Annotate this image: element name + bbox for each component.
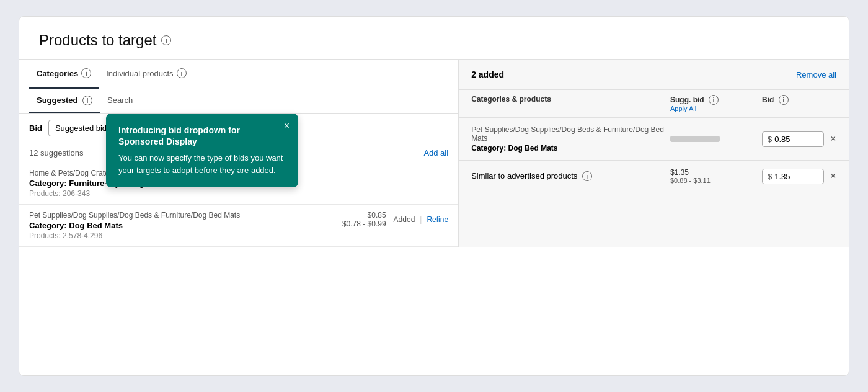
suggestion-right: $0.85 $0.78 - $0.99 Added | Refine [342, 211, 448, 228]
sugg-bid-cell [670, 136, 757, 142]
sugg-bid-main: $1.35 [670, 168, 757, 177]
suggestion-price-block: $0.85 $0.78 - $0.99 [342, 211, 386, 228]
table-row: Pet Supplies/Dog Supplies/Dog Beds & Fur… [459, 118, 849, 161]
right-items: Pet Supplies/Dog Supplies/Dog Beds & Fur… [459, 118, 849, 192]
bid-select-value: Suggested bid [55, 123, 107, 133]
bid-input[interactable] [774, 172, 812, 181]
bid-input-row: $ × [762, 131, 836, 147]
individual-products-info-icon[interactable]: i [177, 68, 187, 78]
sugg-bid-range: $0.88 - $3.11 [670, 177, 757, 184]
card-header: Products to target i [19, 17, 849, 60]
remove-all-button[interactable]: Remove all [796, 70, 836, 79]
suggestion-price-range: $0.78 - $0.99 [342, 220, 386, 228]
tooltip-close-button[interactable]: × [284, 121, 290, 131]
tab-individual-products[interactable]: Individual products i [99, 60, 193, 89]
refine-link[interactable]: Refine [427, 215, 448, 224]
suggestion-category: Category: Dog Bed Mats [29, 221, 342, 230]
sub-tab-search[interactable]: Search [100, 89, 140, 113]
bid-label: Bid [29, 123, 42, 133]
added-label: Added [394, 215, 415, 224]
suggestion-left: Pet Supplies/Dog Supplies/Dog Beds & Fur… [29, 211, 342, 231]
right-item-label: Similar to advertised products i [471, 171, 665, 181]
right-item-content: Similar to advertised products i [471, 171, 665, 181]
sugg-bid-cell: $1.35 $0.88 - $3.11 [670, 168, 757, 184]
similar-products-info-icon[interactable]: i [582, 171, 592, 181]
suggestion-actions: Added | Refine [394, 215, 449, 224]
left-panel: Categories i Individual products i Sugge… [19, 60, 459, 247]
categories-info-icon[interactable]: i [81, 68, 91, 78]
col-sugg-bid: Sugg. bid i Apply All [670, 95, 757, 112]
bid-input-container: $ [762, 131, 824, 147]
dollar-sign: $ [768, 172, 772, 181]
sugg-bid-info-icon[interactable]: i [709, 95, 719, 105]
bid-row: Bid Suggested bid ▾ × Introducing bid dr… [19, 114, 458, 143]
right-item-category: Category: Dog Bed Mats [471, 144, 665, 153]
col-categories-products: Categories & products [471, 95, 665, 112]
page-title: Products to target [39, 32, 156, 49]
right-header: 2 added Remove all [459, 60, 849, 90]
add-all-button[interactable]: Add all [423, 148, 448, 158]
suggestion-products: Products: 2,578-4,296 [29, 231, 448, 240]
sub-tabs: Suggested i Search [19, 89, 458, 114]
right-item-path: Pet Supplies/Dog Supplies/Dog Beds & Fur… [471, 125, 665, 143]
table-row: Similar to advertised products i $1.35 $… [459, 161, 849, 192]
bid-col-info-icon[interactable]: i [779, 95, 789, 105]
remove-item-button[interactable]: × [828, 133, 836, 145]
right-table-header: Categories & products Sugg. bid i Apply … [459, 90, 849, 118]
right-item-content: Pet Supplies/Dog Supplies/Dog Beds & Fur… [471, 125, 665, 153]
suggestion-row: Pet Supplies/Dog Supplies/Dog Beds & Fur… [29, 211, 448, 231]
dollar-sign: $ [768, 135, 772, 144]
suggestion-products: Products: 206-343 [29, 189, 448, 198]
suggestions-count: 12 suggestions [29, 148, 83, 158]
suggestion-price: $0.85 [342, 211, 386, 220]
suggested-info-icon[interactable]: i [82, 96, 92, 105]
sugg-bid-placeholder [670, 136, 720, 142]
col-bid: Bid i [762, 95, 836, 112]
tab-categories[interactable]: Categories i [29, 60, 99, 89]
bid-input-container: $ [762, 169, 824, 184]
tooltip-title: Introducing bid dropdown for Sponsored D… [118, 125, 286, 147]
suggestion-path: Pet Supplies/Dog Supplies/Dog Beds & Fur… [29, 211, 342, 220]
main-content: Categories i Individual products i Sugge… [19, 60, 849, 247]
remove-item-button[interactable]: × [828, 171, 836, 182]
main-card: Products to target i Categories i Indivi… [19, 16, 849, 376]
tooltip-body: You can now specify the type of bids you… [118, 152, 286, 176]
title-info-icon[interactable]: i [161, 35, 171, 45]
list-item: Pet Supplies/Dog Supplies/Dog Beds & Fur… [19, 205, 458, 247]
sub-tab-suggested[interactable]: Suggested i [29, 89, 100, 113]
bid-input[interactable] [774, 135, 812, 144]
added-count: 2 added [471, 69, 504, 79]
tooltip-popup: × Introducing bid dropdown for Sponsored… [106, 114, 298, 187]
bid-input-row: $ × [762, 169, 836, 184]
right-panel: 2 added Remove all Categories & products… [459, 60, 849, 247]
main-tabs: Categories i Individual products i [19, 60, 458, 89]
